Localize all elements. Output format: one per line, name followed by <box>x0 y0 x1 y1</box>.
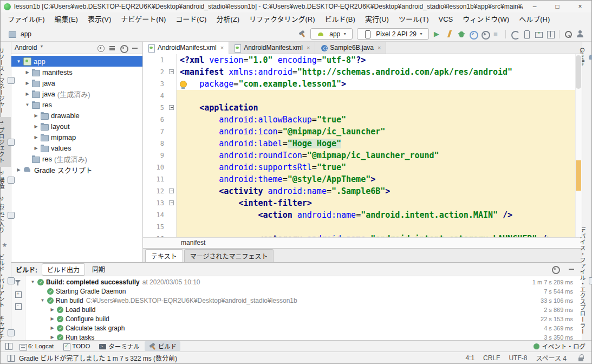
status-widget[interactable]: スペース 4 <box>536 353 567 362</box>
menu-item[interactable]: 分析(Z) <box>211 12 244 27</box>
code-line[interactable]: 12 <activity android:name=".Sample6B"> <box>143 185 582 197</box>
fold-marker-icon[interactable] <box>169 188 174 193</box>
code-line[interactable]: 6 android:allowBackup="true" <box>143 114 582 126</box>
menu-item[interactable]: 実行(U) <box>360 12 394 27</box>
run-configuration-select[interactable]: app <box>310 28 353 40</box>
profile-avatar-icon[interactable] <box>576 30 584 38</box>
tool-stripe-button[interactable]: デバイス・ファイル・エクスプローラー <box>577 223 592 338</box>
stop-icon[interactable] <box>492 30 501 38</box>
project-tree-item[interactable]: ▼res <box>11 99 142 110</box>
code-line[interactable]: 8 android:label="Hoge Hoge" <box>143 138 582 150</box>
scrollbar-thumb[interactable] <box>576 55 581 89</box>
close-icon[interactable]: × <box>220 44 224 51</box>
build-output-row[interactable]: ▼Build: completed successfullyat 2020/03… <box>25 277 582 287</box>
code-line[interactable]: 3 package="com.example.lesson1"> <box>143 78 582 90</box>
project-tree-item[interactable]: ▼app <box>11 56 142 67</box>
editor-view-tab[interactable]: テキスト <box>145 249 183 262</box>
tool-window-button[interactable]: 6: Logcat <box>15 342 57 351</box>
fold-marker-icon[interactable] <box>169 105 174 110</box>
chevron-collapsed-icon[interactable]: ▶ <box>32 113 40 118</box>
project-tree-item[interactable]: res (生成済み) <box>11 153 142 164</box>
menu-item[interactable]: ヘルプ(H) <box>514 12 555 27</box>
tool-windows-switcher-icon[interactable] <box>4 342 13 350</box>
build-output-row[interactable]: ▶Load build2 s 869 ms <box>25 305 582 314</box>
chevron-collapsed-icon[interactable]: ▶ <box>48 316 56 321</box>
project-tree-item[interactable]: ▶drawable <box>11 110 142 121</box>
chevron-collapsed-icon[interactable]: ▶ <box>23 92 31 96</box>
search-icon[interactable] <box>564 30 573 38</box>
editor-tab[interactable]: AndroidManifest.xml× <box>143 42 229 54</box>
menu-item[interactable]: ツール(T) <box>394 12 434 27</box>
device-select[interactable]: Pixel 2 API 29 <box>357 28 429 40</box>
star-icon[interactable] <box>2 242 10 250</box>
code-line[interactable]: 5 <application <box>143 102 582 114</box>
build-output-row[interactable]: ▶Configure build22 s 153 ms <box>25 314 582 323</box>
layout-inspector-icon[interactable] <box>546 30 555 38</box>
chevron-collapsed-icon[interactable]: ▶ <box>48 335 56 340</box>
tool-window-button[interactable]: イベント・ログ <box>529 341 590 351</box>
project-scope-select[interactable]: Android <box>15 44 37 51</box>
debug-icon[interactable] <box>457 30 465 38</box>
chevron-collapsed-icon[interactable]: ▶ <box>48 307 56 312</box>
hide-panel-icon[interactable] <box>567 265 576 274</box>
expand-all-icon[interactable] <box>14 290 23 299</box>
editor-scrollbar[interactable] <box>575 54 582 237</box>
menu-item[interactable]: ナビゲート(N) <box>116 12 171 27</box>
build-output-row[interactable]: Starting Gradle Daemon7 s 544 ms <box>25 287 582 296</box>
chevron-expanded-icon[interactable]: ▼ <box>15 59 23 64</box>
code-line[interactable]: 16 <category android:name="android.inten… <box>143 233 582 237</box>
chevron-expanded-icon[interactable]: ▼ <box>23 102 31 107</box>
lock-icon[interactable] <box>577 354 586 362</box>
menu-item[interactable]: 表示(V) <box>83 12 116 27</box>
project-tree-item[interactable]: ▶manifests <box>11 67 142 77</box>
tool-window-button[interactable]: TODO <box>58 342 94 351</box>
menu-item[interactable]: コード(C) <box>171 12 211 27</box>
profile-icon[interactable] <box>469 30 477 38</box>
menu-item[interactable]: 編集(E) <box>50 12 83 27</box>
select-opened-file-icon[interactable] <box>96 44 104 51</box>
tool-windows-switcher-icon[interactable] <box>6 354 15 362</box>
build-output-row[interactable]: ▶Run tasks3 s 350 ms <box>25 333 582 340</box>
code-line[interactable]: 7 android:icon="@mipmap/ic_launcher" <box>143 126 582 138</box>
project-tree-item[interactable]: ▶java (生成済み) <box>11 88 142 99</box>
hide-panel-icon[interactable] <box>131 44 138 51</box>
chevron-collapsed-icon[interactable]: ▶ <box>32 146 40 151</box>
intention-bulb-icon[interactable] <box>180 81 187 89</box>
device-manager-icon[interactable] <box>522 30 531 38</box>
chevron-collapsed-icon[interactable]: ▶ <box>23 81 31 86</box>
tool-window-button[interactable]: ビルド <box>145 341 181 351</box>
code-line[interactable]: 1<?xml version="1.0" encoding="utf-8"?> <box>143 54 582 66</box>
breadcrumb[interactable]: manifest <box>143 237 582 248</box>
menu-item[interactable]: ビルド(B) <box>320 12 360 27</box>
gear-icon[interactable] <box>119 44 127 51</box>
build-tab[interactable]: ビルド出力 <box>42 263 85 276</box>
code-line[interactable]: 4 <box>143 90 582 102</box>
chevron-collapsed-icon[interactable]: ▶ <box>15 167 23 172</box>
build-hammer-icon[interactable] <box>298 30 307 38</box>
code-line[interactable]: 2<manifest xmlns:android="http://schemas… <box>143 66 582 78</box>
chevron-collapsed-icon[interactable]: ▶ <box>32 124 40 129</box>
build-output-row[interactable]: ▶Calculate task graph4 s 369 ms <box>25 323 582 333</box>
code-line[interactable]: 13 <intent-filter> <box>143 197 582 209</box>
menu-item[interactable]: ウィンドウ(W) <box>458 12 514 27</box>
menu-item[interactable]: VCS <box>434 12 458 27</box>
build-output-row[interactable]: ▼Run buildC:¥Users¥web.DESKTOP-EQR2U6K¥D… <box>25 296 582 305</box>
editor-view-tab[interactable]: マージされたマニフェスト <box>184 249 274 262</box>
editor-tab[interactable]: Sample6B.java× <box>315 42 386 54</box>
code-line[interactable]: 15 <box>143 221 582 233</box>
run-icon[interactable] <box>433 30 441 38</box>
fold-marker-icon[interactable] <box>169 69 174 74</box>
close-icon[interactable]: × <box>378 44 381 51</box>
code-line[interactable]: 14 <action android:name="android.intent.… <box>143 209 582 221</box>
close-button[interactable]: × <box>569 1 591 12</box>
sync-gradle-icon[interactable] <box>510 30 519 38</box>
chevron-collapsed-icon[interactable]: ▶ <box>32 135 40 140</box>
project-tree-item[interactable]: ▶java <box>11 77 142 88</box>
chevron-collapsed-icon[interactable]: ▶ <box>48 326 56 330</box>
maximize-button[interactable]: □ <box>546 1 569 12</box>
collapse-all-icon[interactable] <box>108 44 115 51</box>
navigation-bar-item[interactable]: app <box>21 30 31 38</box>
project-tree-item[interactable]: ▶layout <box>11 121 142 132</box>
sdk-manager-icon[interactable] <box>534 30 543 38</box>
status-widget[interactable]: 4:1 <box>465 354 474 362</box>
